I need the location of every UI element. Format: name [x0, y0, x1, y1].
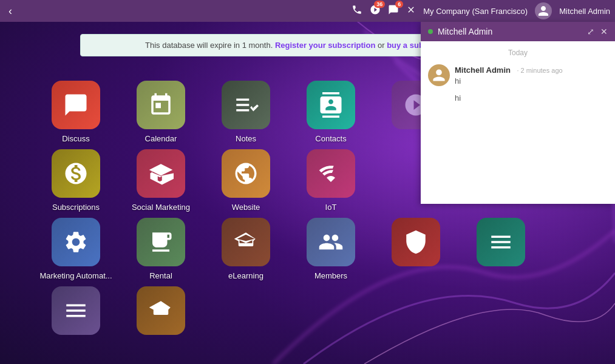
activity-badge: 36 — [374, 1, 385, 8]
rental-icon — [137, 218, 185, 266]
chat-message: Mitchell Admin · 2 minutes ago hi — [428, 64, 608, 86]
subscriptions-label: Subscriptions — [52, 203, 100, 212]
topbar-icons: 36 6 My Company (San Francisco) Mitchell… — [352, 2, 610, 19]
app-item-calendar[interactable]: Calendar — [121, 81, 200, 143]
user-avatar[interactable] — [535, 2, 552, 19]
notes-label: Notes — [236, 134, 256, 143]
app-item-website[interactable]: Website — [206, 149, 285, 212]
social-marketing-label: Social Marketing — [132, 203, 190, 212]
marketing-auto-label: Marketing Automat... — [39, 271, 112, 280]
rental-label: Rental — [149, 271, 172, 280]
marketing-auto-icon — [52, 218, 100, 266]
activity-icon[interactable]: 36 — [370, 4, 381, 18]
chat-time: · 2 minutes ago — [517, 67, 562, 74]
app-item-partial4[interactable] — [121, 286, 200, 340]
subscriptions-icon — [52, 149, 100, 198]
register-link[interactable]: Register your subscription — [275, 41, 375, 50]
app-item-discuss[interactable]: Discuss — [36, 81, 115, 143]
chat-body: Today Mitchell Admin · 2 minutes ago hi … — [421, 41, 615, 204]
chat-close-button[interactable]: ✕ — [600, 27, 608, 36]
app-item-elearning[interactable]: eLearning — [206, 218, 285, 280]
social-marketing-icon — [137, 149, 185, 198]
app-item-notes[interactable]: Notes — [206, 81, 285, 143]
members-icon — [307, 218, 355, 266]
elearning-icon — [222, 218, 270, 266]
discuss-label: Discuss — [62, 134, 90, 143]
close-icon[interactable] — [406, 5, 416, 17]
chat-msg-content: Mitchell Admin · 2 minutes ago hi — [455, 64, 608, 86]
app-item-subscriptions[interactable]: Subscriptions — [36, 149, 115, 212]
notes-icon — [222, 81, 270, 129]
chat-header: Mitchell Admin ⤢ ✕ — [421, 22, 615, 41]
chat-header-actions: ⤢ ✕ — [587, 27, 608, 36]
chat-expand-button[interactable]: ⤢ — [587, 27, 594, 36]
username: Mitchell Admin — [559, 7, 610, 16]
partial2-icon — [477, 218, 525, 266]
discuss-icon — [52, 81, 100, 129]
app-item-social-marketing[interactable]: Social Marketing — [121, 149, 200, 212]
calendar-icon — [137, 81, 185, 129]
phone-icon[interactable] — [352, 4, 362, 18]
members-label: Members — [314, 271, 347, 280]
back-button[interactable]: ‹ — [5, 5, 16, 18]
chat-popup: Mitchell Admin ⤢ ✕ Today Mitchell Admin … — [421, 22, 615, 204]
partial3-icon — [52, 286, 100, 335]
chat-badge: 6 — [395, 1, 403, 8]
app-item-members[interactable]: Members — [291, 218, 370, 280]
contacts-label: Contacts — [315, 134, 346, 143]
chat-icon[interactable]: 6 — [388, 4, 399, 18]
chat-author: Mitchell Admin — [455, 66, 511, 75]
chat-avatar — [428, 64, 450, 86]
app-item-partial2[interactable] — [461, 218, 540, 280]
iot-icon — [307, 149, 355, 198]
chat-title: Mitchell Admin — [438, 27, 582, 36]
banner-text: This database will expire in 1 month. — [145, 41, 273, 50]
app-item-partial3[interactable] — [36, 286, 115, 340]
app-item-rental[interactable]: Rental — [121, 218, 200, 280]
partial1-icon — [392, 218, 440, 266]
chat-msg-text1: hi — [455, 76, 608, 86]
online-indicator — [428, 29, 433, 34]
company-name[interactable]: My Company (San Francisco) — [423, 7, 528, 16]
chat-msg-header: Mitchell Admin · 2 minutes ago — [455, 64, 608, 75]
chat-msg-text2: hi — [455, 93, 608, 103]
topbar: ‹ 36 6 My Company (San Francisco) — [0, 0, 615, 22]
banner-or: or — [378, 41, 387, 50]
website-label: Website — [232, 203, 260, 212]
website-icon — [222, 149, 270, 198]
partial4-icon — [137, 286, 185, 335]
calendar-label: Calendar — [145, 134, 177, 143]
app-item-marketing-auto[interactable]: Marketing Automat... — [36, 218, 115, 280]
app-item-iot[interactable]: IoT — [291, 149, 370, 212]
elearning-label: eLearning — [228, 271, 263, 280]
iot-label: IoT — [325, 203, 337, 212]
contacts-icon — [307, 81, 355, 129]
chat-date-divider: Today — [428, 49, 608, 57]
app-item-partial1[interactable] — [376, 218, 455, 280]
app-item-contacts[interactable]: Contacts — [291, 81, 370, 143]
